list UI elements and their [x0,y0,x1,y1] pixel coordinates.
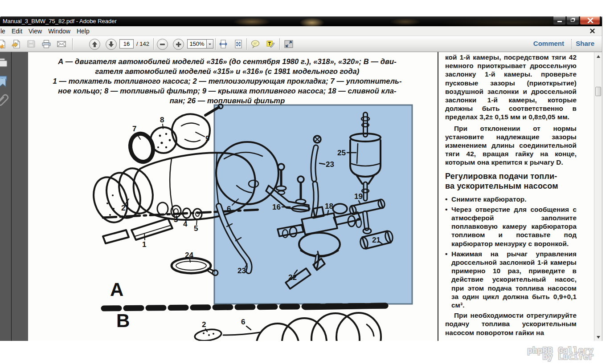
fit-page-icon [233,39,243,49]
zoom-level-input[interactable]: 150% [187,39,207,49]
navigation-pane-strip [0,52,12,341]
document-area: А — двигателя автомобилей моделей «316» … [0,52,602,341]
vertical-scrollbar[interactable] [594,52,602,341]
menu-item-file[interactable]: le [0,27,8,36]
part-label: 7 [132,125,136,133]
fullscreen-icon [284,39,294,49]
toolbar-separator [153,38,154,50]
part-label: 23 [237,267,246,275]
window-controls [553,16,600,25]
highlight-text-button[interactable] [264,38,277,50]
gallery-watermark: phpBB Gallery by Lucifer [527,347,594,360]
arrow-down-icon [106,39,116,49]
next-page-button[interactable] [106,39,117,50]
part-label: 9 [205,134,209,143]
email-icon [57,39,66,49]
share-pane-button[interactable]: Share [576,40,594,47]
paragraph: кой 1-й камеры, посредством тяги 42 немн… [445,53,577,121]
part-label: 16 [272,203,281,211]
part-label: 4 [183,220,188,228]
fit-width-button[interactable] [217,38,229,50]
fuel-pump-diagram: 7 8 9 [28,52,438,341]
attachments-icon[interactable] [0,92,10,108]
save-button[interactable] [25,38,37,50]
arrow-up-icon [90,39,100,49]
menu-item-edit[interactable]: Edit [8,27,25,36]
scroll-down-icon [597,336,600,339]
restore-icon [571,19,574,22]
scroll-up-button[interactable] [594,53,602,60]
column-divider-rule [438,52,438,341]
zoom-out-button[interactable] [157,39,168,50]
toolbar-separator [215,38,216,50]
title-bar[interactable]: Manual_3_BMW_75_82.pdf - Adobe Reader [0,16,602,26]
part-label: 3 [174,215,178,224]
bullet-marker: • [445,195,451,203]
fullscreen-button[interactable] [282,38,295,50]
bullet-item: • Через отверстие для сообщения с атмосф… [445,205,577,248]
restore-button[interactable] [566,16,579,25]
scroll-down-button[interactable] [594,333,602,340]
previous-page-button[interactable] [89,39,100,50]
bullet-marker: • [445,250,451,309]
part-label: 2 [202,320,206,329]
scrollbar-thumb[interactable] [595,87,601,96]
part-label: 23 [326,160,334,169]
plus-icon [173,39,184,49]
sticky-note-button[interactable] [249,38,262,50]
part-label: 6 [241,318,245,326]
create-pdf-button[interactable] [0,38,8,50]
part-label: 19 [354,192,363,201]
part-label: 22 [288,273,297,282]
close-icon [587,18,594,23]
open-button[interactable] [10,38,22,50]
bullet-marker: • [445,205,451,248]
email-button[interactable] [55,38,68,50]
part-label: 2 [121,204,125,212]
page-number-input[interactable]: 16 [119,39,134,49]
part-label: 1 [142,240,146,249]
scroll-up-icon [597,55,600,58]
menu-bar: le Edit View Window Help [0,26,602,36]
create-pdf-icon [0,39,7,49]
print-button[interactable] [40,38,53,50]
minimize-button[interactable] [553,16,566,25]
close-button[interactable] [580,16,600,25]
close-document-icon[interactable] [590,28,595,33]
part-label: 21 [372,236,381,244]
print-icon [41,39,51,49]
bullet-text: Через отверстие для сообщения с атмосфер… [451,205,577,248]
part-label: 24 [185,251,193,259]
bullet-text: Нажимая на рычаг управления дроссельной … [451,250,577,309]
toolbar-separator [279,38,280,50]
zoom-dropdown-button[interactable] [207,39,213,49]
section-b-label: B [116,310,130,331]
menu-item-view[interactable]: View [25,27,45,36]
comment-bubble-icon [250,39,260,49]
toolbar-separator [72,38,73,50]
zoom-in-button[interactable] [173,39,184,50]
paragraph: При необходимости отрегулируйте подачу т… [445,311,577,337]
right-text-column: кой 1-й камеры, посредством тяги 42 немн… [445,53,577,339]
comment-pane-button[interactable]: Comment [533,40,564,47]
menu-item-window[interactable]: Window [45,27,74,36]
page-total-label: / 142 [136,40,149,47]
section-a-label: A [110,279,123,300]
fit-width-icon [218,39,228,49]
bullet-item: • Нажимая на рычаг управления дроссельно… [445,250,577,309]
pdf-page: А — двигателя автомобилей моделей «316» … [28,52,594,341]
part-label: 5 [194,224,198,233]
bullet-item: • Снимите карбюратор. [445,195,577,203]
window-title: Manual_3_BMW_75_82.pdf - Adobe Reader [3,18,117,24]
page-thumbnails-icon[interactable] [0,57,10,70]
fit-page-button[interactable] [232,38,245,50]
minus-icon [157,39,168,49]
part-label: 18 [325,202,333,210]
part-label: 25 [337,149,346,157]
adobe-reader-window: Manual_3_BMW_75_82.pdf - Adobe Reader le… [0,16,602,341]
bookmarks-icon[interactable] [0,74,10,89]
save-icon [26,39,36,49]
toolbar: 16 / 142 150% [0,36,602,52]
menu-item-help[interactable]: Help [74,27,93,36]
minimize-icon [557,21,562,22]
